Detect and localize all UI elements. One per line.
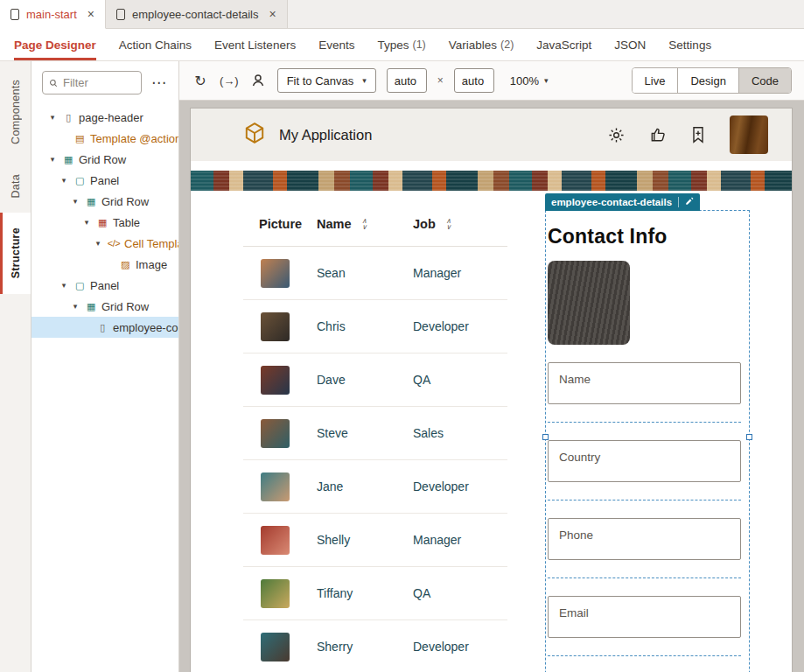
expander-icon[interactable]: ▾ [47,113,58,122]
employee-name: Tiffany [317,586,413,600]
rail-tab-label: Components [10,80,22,144]
document-tab-label: main-start [26,8,77,21]
filter-search-box[interactable] [42,71,142,94]
employee-job: QA [413,586,507,600]
mode-button[interactable]: Live [633,68,678,93]
selection-handle-right[interactable] [746,434,752,440]
mode-button[interactable]: Design [677,68,738,93]
nav-tab[interactable]: Action Chains [119,29,192,60]
text-field[interactable]: Country [548,440,741,482]
expander-icon[interactable]: ▾ [59,281,69,290]
table-row[interactable]: Chris Developer [243,300,507,354]
nav-tab[interactable]: Types (1) [377,29,425,60]
table-row[interactable]: Dave QA [243,354,507,407]
field-label: Email [559,606,589,620]
fragment-icon: ▯ [95,322,109,333]
zoom-select[interactable]: 100% ▾ [510,74,549,88]
nav-tab-label: JavaScript [536,38,591,52]
sort-icon[interactable]: ∧∨ [446,218,451,230]
app-header: My Application [191,108,792,161]
zoom-value: 100% [510,74,539,88]
nav-tab[interactable]: JSON [614,29,646,60]
table-row[interactable]: Sherry Developer [243,620,507,672]
page-icon: ▯ [61,112,75,123]
tree-item[interactable]: ▨ Image [31,254,178,275]
filter-input[interactable] [63,76,135,89]
employee-photo [261,579,290,608]
fit-to-canvas-select[interactable]: Fit to Canvas ▾ [277,68,376,93]
refresh-icon[interactable]: ↻ [192,73,209,89]
form-row: Country [548,440,741,500]
employee-job: Developer [413,319,507,333]
expander-icon[interactable]: ▾ [47,155,58,164]
document-tab[interactable]: employee-contact-details × [106,0,288,28]
document-tab[interactable]: main-start × [0,0,106,29]
text-field[interactable]: Email [548,596,741,638]
column-header-job[interactable]: Job ∧∨ [413,217,507,231]
rail-tab[interactable]: Components [0,65,31,159]
overflow-menu-button[interactable]: ⋯ [147,74,171,92]
nav-tab[interactable]: JavaScript [536,29,591,60]
sort-icon[interactable]: ∧∨ [362,218,367,230]
user-avatar[interactable] [730,116,768,154]
tree-item[interactable]: ▾ ▢ Panel [31,275,178,296]
tree-item[interactable]: ▤ Template @actions [31,128,178,149]
expander-icon[interactable]: ▾ [70,197,80,206]
expander-icon[interactable]: ▾ [59,176,69,185]
fragment-selection[interactable]: employee-contact-details Contact Info [545,210,750,672]
table-row[interactable]: Jane Developer [243,460,507,514]
employee-name: Shelly [317,533,413,547]
tag-divider [678,197,679,207]
close-tab-icon[interactable]: × [269,7,276,21]
form-row: Phone [548,518,741,578]
expander-icon[interactable]: ▾ [70,302,80,311]
text-field[interactable]: Phone [548,518,741,560]
employee-job: Developer [413,640,507,654]
tree-item-label: Template @actions [90,132,178,145]
rail-tab[interactable]: Structure [0,213,31,293]
tree-item-label: employee-contact-details [113,321,178,334]
table-row[interactable]: Shelly Manager [243,514,507,567]
table-row[interactable]: Steve Sales [243,407,507,460]
chevron-down-icon: ▾ [544,76,549,85]
design-canvas[interactable]: My Application [179,101,804,672]
tree-item[interactable]: ▾ ▯ page-header [31,107,178,128]
expander-icon[interactable]: ▾ [81,218,92,227]
selection-handle-left[interactable] [542,434,549,440]
edit-pencil-icon[interactable] [685,197,694,207]
rail-tab-label: Data [10,174,22,199]
text-field[interactable]: Name [548,362,741,404]
table-row[interactable]: Tiffany QA [243,567,507,620]
bookmark-add-icon[interactable] [690,126,706,144]
settings-gear-icon[interactable] [607,126,626,144]
left-rail: Components Data Structure [0,61,31,672]
table-row[interactable]: Sean Manager [243,247,507,300]
open-in-new-tab-icon[interactable]: (→) [220,74,239,88]
tree-item[interactable]: ▾ </> Cell Template [31,233,178,254]
rail-tab[interactable]: Data [0,159,31,214]
tree-item[interactable]: ▾ ▦ Grid Row [31,191,178,212]
nav-tab[interactable]: Event Listeners [214,29,296,60]
page-file-icon [10,9,19,20]
panel-icon: ▢ [73,175,87,186]
nav-tab[interactable]: Page Designer [14,29,96,60]
mode-button[interactable]: Code [738,68,791,93]
nav-tab[interactable]: Variables (2) [449,29,514,60]
tree-item[interactable]: ▾ ▦ Table [31,212,178,233]
tree-item[interactable]: ▾ ▦ Grid Row [31,296,178,317]
tree-item[interactable]: ▯ employee-contact-details [31,317,178,338]
tree-item[interactable]: ▾ ▢ Panel [31,170,178,191]
fragment-tag[interactable]: employee-contact-details [545,193,700,211]
thumbs-up-icon[interactable] [649,126,667,144]
expander-icon[interactable]: ▾ [93,239,103,248]
tree-item[interactable]: ▾ ▦ Grid Row [31,149,178,170]
canvas-width-input[interactable] [387,68,427,93]
nav-tab[interactable]: Events [318,29,354,60]
close-tab-icon[interactable]: × [87,7,94,21]
column-header-name[interactable]: Name ∧∨ [317,217,413,231]
canvas-height-input[interactable] [454,68,494,93]
user-role-icon[interactable] [249,74,267,88]
nav-tab[interactable]: Settings [668,29,711,60]
column-header-picture[interactable]: Picture [243,217,317,231]
photo-placeholder-image[interactable] [548,261,630,345]
